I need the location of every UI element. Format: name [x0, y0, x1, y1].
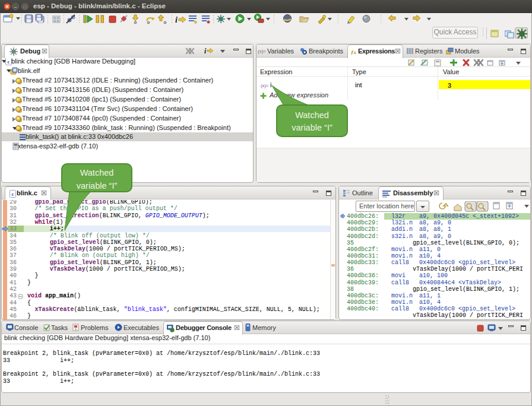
- svg-text:ƒx: ƒx: [351, 49, 357, 55]
- svg-text:(x)=: (x)=: [258, 49, 266, 54]
- svg-text:i: i: [204, 47, 207, 55]
- svg-text:c: c: [8, 59, 10, 65]
- svg-text:c: c: [12, 191, 14, 197]
- svg-text:i: i: [175, 15, 178, 24]
